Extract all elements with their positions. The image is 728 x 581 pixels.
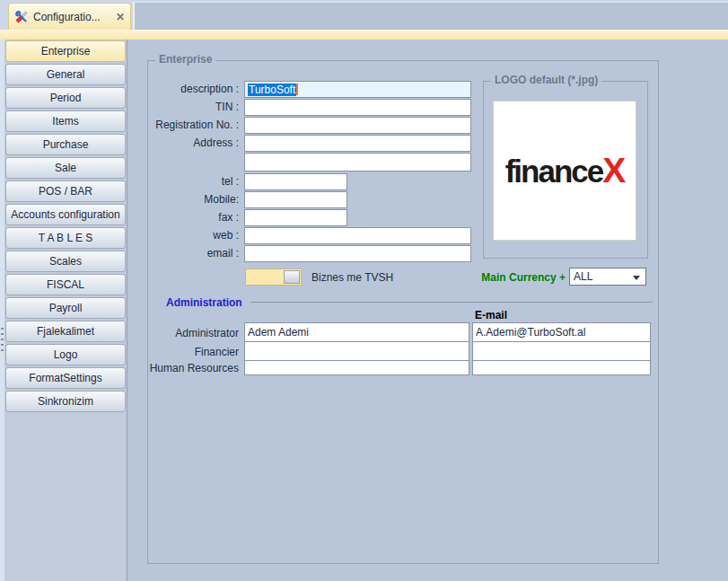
administrator-label: Administrator	[135, 327, 239, 339]
description-input[interactable]: TurboSoft	[244, 81, 471, 98]
registration-label: Registration No. :	[142, 119, 239, 131]
sidebar-item-payroll[interactable]: Payroll	[5, 297, 126, 319]
human-resources-label: Human Resources	[135, 362, 239, 374]
tab-close-icon[interactable]: ✕	[116, 12, 125, 22]
email-input[interactable]	[244, 245, 471, 262]
logo-x-letter: X	[602, 151, 624, 189]
logo-image: financeX	[493, 101, 636, 241]
sidebar-item-period[interactable]: Period	[5, 87, 126, 109]
sidebar-item-fjalekalimet[interactable]: Fjalekalimet	[5, 321, 126, 342]
administration-title: Administration	[166, 296, 242, 309]
vat-toggle-label: Biznes me TVSH	[311, 271, 393, 284]
human-resources-name-input[interactable]	[244, 360, 469, 375]
main-currency-dropdown[interactable]: ALL	[569, 268, 646, 286]
tab-configuration[interactable]: Configuratio... ✕	[8, 3, 131, 31]
web-label: web :	[142, 229, 239, 242]
sidebar-item-accounts-configuration[interactable]: Accounts configuration	[5, 204, 126, 225]
administrator-name-input[interactable]	[244, 322, 469, 342]
main-currency-label: Main Currency +	[474, 271, 566, 284]
email-column-header: E-mail	[475, 309, 507, 321]
financier-label: Financier	[135, 346, 239, 358]
tab-page-top-border	[0, 30, 728, 40]
registration-input[interactable]	[244, 117, 471, 134]
sidebar-item-sale[interactable]: Sale	[5, 157, 126, 179]
fax-input[interactable]	[244, 209, 347, 226]
tel-label: tel :	[142, 175, 239, 188]
administration-divider	[250, 302, 653, 303]
sidebar-item-general[interactable]: General	[5, 64, 126, 85]
tab-strip: Configuratio... ✕	[0, 0, 728, 30]
financier-email-input[interactable]	[472, 341, 651, 361]
sidebar-item-tables[interactable]: T A B L E S	[5, 227, 126, 249]
logo-groupbox-title: LOGO default (*.jpg)	[491, 74, 601, 86]
fax-label: fax :	[142, 211, 239, 224]
configuration-window: Configuratio... ✕ Enterprise General Per…	[0, 0, 728, 581]
mobile-label: Mobile:	[142, 193, 239, 206]
administrator-email-input[interactable]	[472, 322, 651, 342]
tab-title: Configuratio...	[33, 11, 111, 23]
sidebar-item-enterprise[interactable]: Enterprise	[5, 40, 126, 62]
sidebar-item-logo[interactable]: Logo	[5, 344, 126, 365]
address-input-line2[interactable]	[244, 153, 471, 172]
enterprise-groupbox-title: Enterprise	[155, 53, 215, 66]
tin-input[interactable]	[244, 99, 471, 116]
tab-strip-background	[133, 2, 728, 30]
mobile-input[interactable]	[244, 191, 347, 208]
vat-toggle-thumb[interactable]	[284, 270, 300, 284]
web-input[interactable]	[244, 227, 471, 244]
sidebar-item-scales[interactable]: Scales	[5, 251, 126, 272]
tel-input[interactable]	[244, 173, 347, 190]
address-label: Address :	[142, 136, 239, 149]
sidebar-item-purchase[interactable]: Purchase	[5, 134, 126, 155]
sidebar-item-sinkronizim[interactable]: Sinkronizim	[5, 391, 126, 412]
vat-toggle[interactable]	[245, 268, 302, 286]
financier-name-input[interactable]	[244, 341, 469, 361]
logo-text: financeX	[505, 151, 625, 190]
tools-icon	[14, 10, 29, 24]
description-selected-text: TurboSoft	[248, 84, 296, 96]
tin-label: TIN :	[142, 101, 239, 113]
text-caret	[296, 84, 298, 95]
main-currency-value: ALL	[574, 270, 592, 283]
human-resources-email-input[interactable]	[472, 360, 651, 375]
sidebar-item-pos-bar[interactable]: POS / BAR	[5, 180, 126, 202]
logo-groupbox: LOGO default (*.jpg) financeX	[483, 81, 648, 259]
sidebar-item-formatsettings[interactable]: FormatSettings	[5, 367, 126, 389]
splitter-grip-icon	[1, 328, 4, 351]
email-label: email :	[142, 247, 239, 260]
sidebar-item-fiscal[interactable]: FISCAL	[5, 274, 126, 295]
sidebar-item-items[interactable]: Items	[5, 110, 126, 132]
address-input-line1[interactable]	[244, 135, 471, 152]
description-label: description :	[142, 83, 239, 95]
chevron-down-icon	[633, 276, 640, 280]
